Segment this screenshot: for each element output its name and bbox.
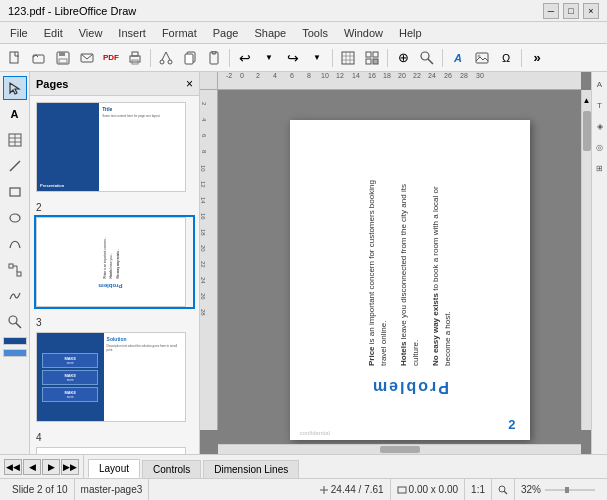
nav-prev-btn[interactable]: ◀ [23,459,41,475]
page-thumb-3[interactable]: 3 MAKE more MAKE more [34,317,195,424]
pan-btn[interactable]: ⊕ [392,47,414,69]
main-area: A Pages × [0,72,607,454]
svg-rect-7 [132,52,138,56]
vscroll-thumb[interactable] [583,111,591,151]
redo-btn[interactable]: ↪ [282,47,304,69]
insert-image-btn[interactable] [471,47,493,69]
menu-format[interactable]: Format [154,25,205,41]
canvas-scroll[interactable]: Problem Price Price is an important conc… [218,90,581,454]
ruler-h-mark: 14 [352,72,360,79]
menu-help[interactable]: Help [391,25,430,41]
zoom-btn[interactable] [416,47,438,69]
zoom-tool[interactable] [3,310,27,334]
hscrollbar[interactable] [218,444,581,454]
hscroll-thumb[interactable] [380,446,420,453]
tab-dimension-lines[interactable]: Dimension Lines [203,460,299,478]
nav-next-btn[interactable]: ▶ [42,459,60,475]
svg-line-35 [10,161,20,171]
ruler-v-mark: 22 [200,261,206,268]
tab-layout[interactable]: Layout [88,459,140,478]
redo-arrow[interactable]: ▼ [306,47,328,69]
page-thumb-2-inner: Problem Price is an important concern...… [34,215,195,309]
undo-btn[interactable]: ↩ [234,47,256,69]
menu-edit[interactable]: Edit [36,25,71,41]
ruler-v-mark: 6 [201,134,207,137]
vscrollbar[interactable]: ▲ [581,90,591,430]
tab-controls[interactable]: Controls [142,460,201,478]
svg-point-26 [421,52,429,60]
table-tool[interactable] [3,128,27,152]
slide-hotels-text: Hotels leave you disconnected from the c… [398,164,422,366]
right-panel-btn3[interactable]: ◈ [593,116,607,136]
svg-line-12 [166,52,170,60]
gridsnap-btn[interactable] [361,47,383,69]
right-panel-btn5[interactable]: ⊞ [593,158,607,178]
status-slide-info: Slide 2 of 10 [6,479,75,500]
new-btn[interactable] [4,47,26,69]
right-panel-btn4[interactable]: ◎ [593,137,607,157]
fontwork-btn[interactable]: A [447,47,469,69]
save-btn[interactable] [52,47,74,69]
ruler-v-mark: 28 [200,309,206,316]
menu-tools[interactable]: Tools [294,25,336,41]
maximize-btn[interactable]: □ [563,3,579,19]
curve-tool[interactable] [3,232,27,256]
menu-page[interactable]: Page [205,25,247,41]
menu-window[interactable]: Window [336,25,391,41]
ruler-h-mark: 0 [240,72,244,79]
color1-swatch[interactable] [3,337,27,345]
connector-tool[interactable] [3,258,27,282]
freeform-tool[interactable] [3,284,27,308]
right-panel-btn2[interactable]: T [593,95,607,115]
svg-rect-23 [373,52,378,57]
grid-btn[interactable] [337,47,359,69]
menu-view[interactable]: View [71,25,111,41]
nav-first-btn[interactable]: ◀◀ [4,459,22,475]
menu-insert[interactable]: Insert [110,25,154,41]
svg-rect-46 [398,487,406,493]
undo-arrow[interactable]: ▼ [258,47,280,69]
status-zoom-icon[interactable] [492,479,515,500]
text-tool[interactable]: A [3,102,27,126]
pdf-btn[interactable]: PDF [100,47,122,69]
toolbar-sep6 [521,49,522,67]
page-thumb-3-label: 3 [34,317,195,328]
print-btn[interactable] [124,47,146,69]
right-panel-btn1[interactable]: A [593,74,607,94]
paste-btn[interactable] [203,47,225,69]
line-tool[interactable] [3,154,27,178]
open-btn[interactable] [28,47,50,69]
close-btn[interactable]: × [583,3,599,19]
copy-btn[interactable] [179,47,201,69]
menu-shape[interactable]: Shape [246,25,294,41]
ruler-h-mark: 16 [368,72,376,79]
select-tool[interactable] [3,76,27,100]
page-thumb-2[interactable]: 2 Problem Price is an important concern.… [34,202,195,309]
pages-panel-close[interactable]: × [186,77,193,91]
svg-rect-24 [366,59,371,64]
ellipse-tool[interactable] [3,206,27,230]
toolbar-sep5 [442,49,443,67]
email-btn[interactable] [76,47,98,69]
nav-last-btn[interactable]: ▶▶ [61,459,79,475]
pages-panel-title: Pages [36,78,68,90]
special-char-btn[interactable]: Ω [495,47,517,69]
status-size: 0.00 x 0.00 [391,479,465,500]
page-thumb-1[interactable]: Presentation Title Some text content her… [34,100,195,194]
minimize-btn[interactable]: ─ [543,3,559,19]
cut-btn[interactable] [155,47,177,69]
slide-page[interactable]: Problem Price Price is an important conc… [290,120,530,440]
svg-rect-36 [10,188,20,196]
hotels-bold: Hotels [399,342,408,366]
more-btn[interactable]: » [526,47,548,69]
ruler-v-mark: 12 [200,181,206,188]
color2-swatch[interactable] [3,349,27,357]
ruler-h-mark: 22 [413,72,421,79]
rect-tool[interactable] [3,180,27,204]
menu-file[interactable]: File [2,25,36,41]
ruler-v-mark: 20 [200,245,206,252]
right-panel: A T ◈ ◎ ⊞ [591,72,607,454]
ruler-v-mark: 14 [200,197,206,204]
window-controls: ─ □ × [543,3,599,19]
page-thumb-4[interactable]: 4 Market Valuation 630,000 estimated val… [34,432,195,454]
